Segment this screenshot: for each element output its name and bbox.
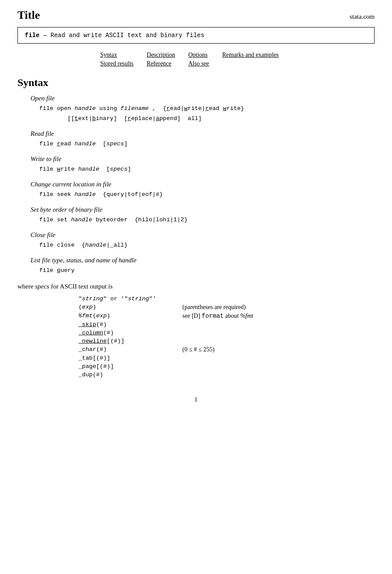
- page-number: 1: [17, 396, 375, 403]
- spec-column-note: [156, 329, 253, 337]
- spec-skip-code: _skip(#): [78, 320, 156, 329]
- spec-page-note: [156, 362, 253, 371]
- specs-table: "string" or '"string"' (exp) (parenthese…: [78, 295, 253, 379]
- page-title: Title: [17, 9, 40, 22]
- nav-row-1: Syntax Description Options Remarks and e…: [100, 51, 292, 59]
- spec-row-column: _column(#): [78, 329, 253, 337]
- spec-fmt-note: see [D] format about %fmt: [156, 312, 253, 320]
- spec-row-exp: (exp) (parentheses are required): [78, 303, 253, 312]
- nav-row-2: Stored results Reference Also see: [100, 59, 292, 68]
- spec-tab-note: [156, 354, 253, 362]
- subsection-query-file: List file type, status, and name of hand…: [31, 257, 375, 264]
- nav-options[interactable]: Options: [188, 51, 222, 59]
- spec-char-note: (0 ≤ # ≤ 255): [156, 345, 253, 354]
- spec-string-note: [156, 295, 253, 303]
- nav-reference[interactable]: Reference: [147, 59, 188, 68]
- title-box-description: — Read and write ASCII text and binary f…: [40, 32, 205, 39]
- spec-row-page: _page[(#)]: [78, 362, 253, 371]
- spec-tab-code: _tab[(#)]: [78, 354, 156, 362]
- navigation-table: Syntax Description Options Remarks and e…: [100, 51, 292, 68]
- syntax-section: Syntax Open file file open handle using …: [17, 77, 375, 379]
- nav-description[interactable]: Description: [147, 51, 188, 59]
- spec-row-char: _char(#) (0 ≤ # ≤ 255): [78, 345, 253, 354]
- where-line: where specs for ASCII text output is: [17, 283, 375, 290]
- subsection-read-file: Read file: [31, 130, 375, 137]
- nav-syntax[interactable]: Syntax: [100, 51, 147, 59]
- nav-remarks[interactable]: Remarks and examples: [222, 51, 292, 59]
- spec-row-newline: _newline[(#)]: [78, 337, 253, 345]
- spec-row-string: "string" or '"string"': [78, 295, 253, 303]
- nav-also-see[interactable]: Also see: [188, 59, 222, 68]
- spec-column-code: _column(#): [78, 329, 156, 337]
- code-seek-file: file seek handle {query|tof|eof|#}: [39, 190, 375, 200]
- nav-stored-results[interactable]: Stored results: [100, 59, 147, 68]
- subsection-close-file: Close file: [31, 231, 375, 239]
- spec-exp-code: (exp): [78, 303, 156, 312]
- subsection-write-file: Write to file: [31, 155, 375, 163]
- spec-dup-code: _dup(#): [78, 371, 156, 379]
- code-query-file: file query: [39, 266, 375, 276]
- spec-row-skip: _skip(#): [78, 320, 253, 329]
- spec-fmt-code: %fmt(exp): [78, 312, 156, 320]
- spec-exp-note: (parentheses are required): [156, 303, 253, 312]
- code-read-file: file read handle [specs]: [39, 139, 375, 149]
- spec-dup-note: [156, 371, 253, 379]
- subsection-set-file: Set byte order of binary file: [31, 206, 375, 213]
- page-header: Title stata.com: [17, 9, 375, 22]
- code-open-file: file open handle using filename , {read|…: [39, 104, 375, 124]
- spec-newline-note: [156, 337, 253, 345]
- spec-char-code: _char(#): [78, 345, 156, 354]
- code-write-file: file write handle [specs]: [39, 165, 375, 175]
- syntax-heading: Syntax: [17, 77, 375, 89]
- spec-skip-note: [156, 320, 253, 329]
- spec-string-code: "string" or '"string"': [78, 295, 156, 303]
- subsection-open-file: Open file: [31, 95, 375, 102]
- title-box-command: file: [25, 32, 40, 39]
- spec-row-tab: _tab[(#)]: [78, 354, 253, 362]
- subsection-seek-file: Change current location in file: [31, 181, 375, 188]
- title-box: file — Read and write ASCII text and bin…: [17, 27, 375, 44]
- spec-row-fmt: %fmt(exp) see [D] format about %fmt: [78, 312, 253, 320]
- spec-newline-code: _newline[(#)]: [78, 337, 156, 345]
- code-set-file: file set handle byteorder {hilo|lohi|1|2…: [39, 215, 375, 225]
- brand: stata.com: [350, 13, 375, 21]
- spec-page-code: _page[(#)]: [78, 362, 156, 371]
- code-close-file: file close {handle|_all}: [39, 241, 375, 251]
- spec-row-dup: _dup(#): [78, 371, 253, 379]
